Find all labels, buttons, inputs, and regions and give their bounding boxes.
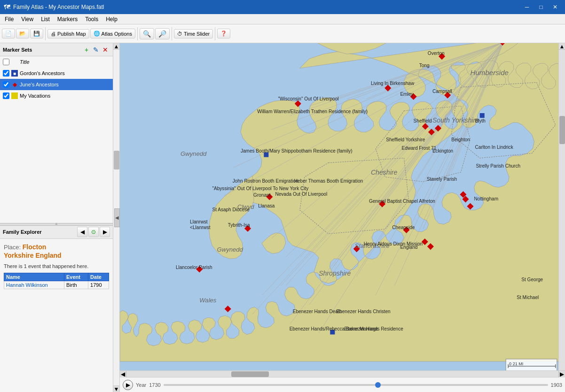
map-horizontal-scrollbar[interactable]: ◀ ▶	[120, 370, 565, 377]
family-explorer: Family Explorer ◀ ⊙ ▶ Place:	[0, 226, 113, 392]
main-layout: Marker Sets + ✎ ✕	[0, 43, 565, 392]
open-button[interactable]: 📂	[16, 29, 29, 38]
forward-icon: ▶	[103, 229, 107, 235]
person-link[interactable]: Hannah Wilkinson	[6, 282, 48, 288]
marker-set-junes-ancestors[interactable]: ◆ June's Ancestors	[0, 79, 113, 90]
svg-text:Llanrwst: Llanrwst	[190, 219, 208, 224]
vacations-icon	[11, 92, 18, 99]
menu-markers[interactable]: Markers	[54, 14, 81, 24]
svg-text:Campsall: Campsall	[432, 89, 452, 94]
toolbar-separator-1	[45, 27, 46, 40]
col-date: Date	[88, 273, 109, 281]
title-icon	[11, 59, 18, 65]
marker-set-my-vacations[interactable]: My Vacations	[0, 90, 113, 101]
atlas-options-icon: 🌐	[94, 31, 100, 37]
svg-text:St Asaph Diocese: St Asaph Diocese	[212, 207, 250, 212]
scroll-up-arrow[interactable]: ▲	[559, 43, 565, 50]
publish-map-button[interactable]: 🖨 Publish Map	[47, 29, 89, 38]
gordons-checkbox[interactable]	[3, 70, 9, 77]
vacations-label: My Vacations	[20, 93, 50, 99]
atlas-options-button[interactable]: 🌐 Atlas Options	[90, 29, 135, 38]
window-title: Family Atlas - My Ancestor Maps.fatl	[13, 4, 521, 10]
svg-text:St George: St George	[521, 277, 543, 282]
vacations-checkbox[interactable]	[3, 92, 9, 99]
map-vertical-scrollbar[interactable]: ▲ ▼	[558, 43, 565, 377]
titlebar: 🗺 Family Atlas - My Ancestor Maps.fatl ─…	[0, 0, 565, 14]
menubar: File View List Markers Tools Help	[0, 14, 565, 24]
zoom-in-icon: 🔍	[143, 30, 151, 38]
svg-text:Humberside: Humberside	[471, 69, 509, 77]
svg-text:Stavely Parish: Stavely Parish	[427, 177, 457, 182]
home-icon: ⊙	[91, 229, 96, 235]
add-icon: +	[85, 46, 88, 54]
svg-text:St Michael: St Michael	[517, 295, 539, 300]
time-slider-icon: ⏱	[177, 31, 182, 37]
maximize-button[interactable]: □	[535, 2, 547, 12]
title-checkbox[interactable]	[3, 59, 9, 65]
forward-button[interactable]: ▶	[100, 227, 110, 237]
marker-sets-list: Title ■ Gordon's Ancestors ◆ June's Ance…	[0, 56, 113, 223]
event-date: 1790	[88, 281, 109, 289]
menu-view[interactable]: View	[17, 14, 37, 24]
left-panel: Marker Sets + ✎ ✕	[0, 43, 120, 392]
junes-checkbox[interactable]	[3, 81, 9, 88]
svg-rect-37	[480, 113, 485, 118]
menu-file[interactable]: File	[1, 14, 17, 24]
year-end: 1903	[551, 382, 562, 388]
svg-text:Ebenezer Hands Christen: Ebenezer Hands Christen	[336, 309, 390, 314]
home-button[interactable]: ⊙	[88, 227, 99, 237]
gordons-icon: ■	[11, 70, 18, 77]
scroll-thumb[interactable]	[114, 151, 119, 169]
zoom-out-button[interactable]: 🔎	[155, 28, 170, 39]
zoom-in-button[interactable]: 🔍	[140, 28, 154, 39]
title-label: Title	[20, 59, 30, 65]
delete-marker-set-button[interactable]: ✕	[101, 45, 110, 54]
new-button[interactable]: 📄	[2, 29, 15, 38]
svg-text:Nevada Out Of Liverpool: Nevada Out Of Liverpool	[275, 192, 327, 197]
scroll-down-btn[interactable]: ▼	[113, 385, 119, 392]
add-marker-set-button[interactable]: +	[82, 45, 91, 54]
menu-list[interactable]: List	[37, 14, 54, 24]
scroll-right-arrow[interactable]: ▶	[558, 371, 565, 377]
svg-text:Edward Frost 71: Edward Frost 71	[401, 146, 436, 151]
marker-set-title-item[interactable]: Title	[0, 56, 113, 68]
svg-text:Tong: Tong	[419, 63, 430, 68]
help-button[interactable]: ❓	[217, 29, 230, 38]
marker-set-gordons-ancestors[interactable]: ■ Gordon's Ancestors	[0, 68, 113, 79]
save-button[interactable]: 💾	[30, 29, 43, 38]
back-button[interactable]: ◀	[77, 227, 87, 237]
svg-text:Sheffield Yorkshire: Sheffield Yorkshire	[386, 137, 425, 142]
menu-tools[interactable]: Tools	[81, 14, 102, 24]
menu-help[interactable]: Help	[102, 14, 121, 24]
gordons-label: Gordon's Ancestors	[20, 70, 65, 76]
scroll-thumb-v[interactable]	[559, 116, 565, 144]
close-button[interactable]: ✕	[549, 2, 561, 12]
svg-text:Gronant: Gronant	[253, 192, 271, 198]
scroll-track-v	[559, 53, 565, 370]
map-area[interactable]: Humberside South Yorkshire Cheshire Clwy…	[120, 43, 565, 377]
svg-text:James Booth/Mary Shippobotham : James Booth/Mary Shippobotham Residence …	[241, 148, 353, 154]
edit-marker-set-button[interactable]: ✎	[91, 45, 101, 54]
window-controls: ─ □ ✕	[521, 2, 561, 12]
svg-text:Cheshire: Cheshire	[371, 169, 398, 176]
col-event: Event	[64, 273, 88, 281]
back-icon: ◀	[80, 229, 85, 235]
svg-text:Ebenezer Hands Residence: Ebenezer Hands Residence	[345, 326, 404, 331]
panel-collapse-handle[interactable]: ◀	[114, 208, 120, 227]
junes-label: June's Ancestors	[20, 82, 59, 87]
scroll-up-btn[interactable]: ▲	[113, 43, 119, 50]
atlas-options-label: Atlas Options	[102, 31, 132, 37]
time-slider-button[interactable]: ⏱ Time Slider	[174, 29, 213, 38]
junes-icon: ◆	[11, 81, 18, 88]
toolbar: 📄 📂 💾 🖨 Publish Map 🌐 Atlas Options 🔍 🔎 …	[0, 24, 565, 43]
person-name[interactable]: Hannah Wilkinson	[4, 281, 64, 289]
map-svg: Humberside South Yorkshire Cheshire Clwy…	[120, 43, 565, 377]
marker-sets-header: Marker Sets + ✎ ✕	[0, 43, 113, 56]
scroll-thumb-h[interactable]	[231, 371, 269, 377]
scroll-left-arrow[interactable]: ◀	[120, 371, 126, 377]
play-button[interactable]: ▶	[123, 380, 133, 390]
time-slider-thumb[interactable]	[375, 382, 381, 388]
time-slider-track[interactable]	[164, 384, 548, 386]
minimize-button[interactable]: ─	[521, 2, 533, 12]
toolbar-separator-2	[137, 27, 138, 40]
